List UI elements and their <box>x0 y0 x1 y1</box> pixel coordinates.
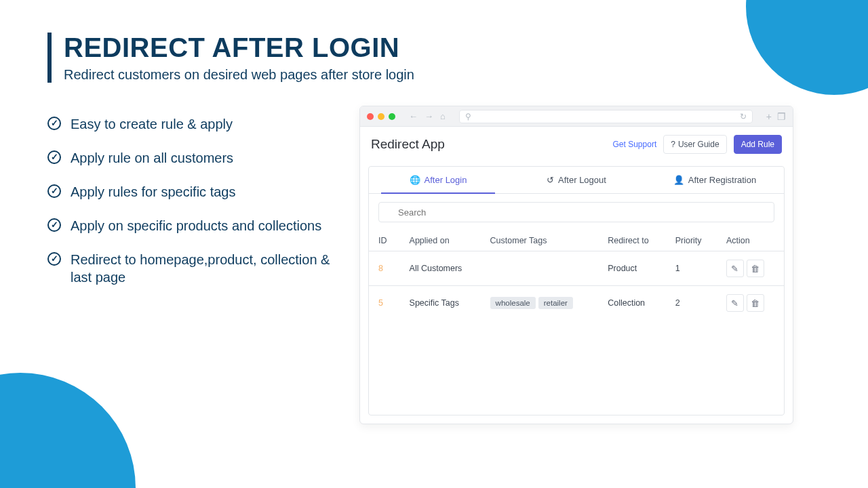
trash-icon: 🗑 <box>751 264 760 274</box>
cell-id: 5 <box>369 286 400 321</box>
table-row: 8All CustomersProduct1✎🗑 <box>369 251 784 286</box>
feature-item: Apply rules for specific tags <box>47 183 339 201</box>
user-icon: 👤 <box>673 175 684 185</box>
home-icon[interactable]: ⌂ <box>440 111 446 121</box>
feature-item: Apply on specific products and collectio… <box>47 217 339 235</box>
globe-icon: 🌐 <box>410 175 420 185</box>
check-circle-icon <box>47 117 61 130</box>
url-bar[interactable]: ⚲ ↻ <box>459 110 753 123</box>
feature-text: Apply rule on all customers <box>71 149 233 167</box>
get-support-link[interactable]: Get Support <box>613 140 657 149</box>
tab-login-label: After Login <box>425 175 467 185</box>
tag-chip: wholesale <box>490 297 536 309</box>
search-input[interactable] <box>378 202 774 222</box>
feature-text: Easy to create rule & apply <box>71 115 233 133</box>
minimize-dot-icon <box>378 113 384 120</box>
copy-window-icon[interactable]: ❐ <box>777 111 786 122</box>
help-icon: ? <box>671 140 675 149</box>
cell-customer-tags <box>481 251 599 286</box>
edit-button[interactable]: ✎ <box>726 294 744 312</box>
col-redirect-to: Redirect to <box>598 230 666 251</box>
back-icon[interactable]: ← <box>409 111 418 121</box>
cell-applied-on: Specific Tags <box>400 286 481 321</box>
feature-text: Redirect to homepage,product, collection… <box>71 251 339 286</box>
delete-button[interactable]: 🗑 <box>747 294 764 312</box>
cell-action: ✎🗑 <box>717 251 784 286</box>
check-circle-icon <box>47 252 61 266</box>
page-title: REDIRECT AFTER LOGIN <box>64 33 827 63</box>
cell-customer-tags: wholesaleretailer <box>481 286 599 321</box>
tab-after-registration[interactable]: 👤 After Registration <box>646 167 784 193</box>
cell-redirect-to: Product <box>598 251 666 286</box>
refresh-icon[interactable]: ↻ <box>740 112 747 121</box>
pencil-icon: ✎ <box>731 264 738 274</box>
delete-button[interactable]: 🗑 <box>747 260 764 277</box>
cell-applied-on: All Customers <box>400 251 481 286</box>
tab-logout-label: After Logout <box>558 175 606 185</box>
cell-redirect-to: Collection <box>598 286 666 321</box>
feature-item: Apply rule on all customers <box>47 149 339 167</box>
app-browser-window: ← → ⌂ ⚲ ↻ + ❐ Redirect App Get Support <box>359 106 793 424</box>
check-circle-icon <box>47 184 61 198</box>
feature-text: Apply on specific products and collectio… <box>71 217 321 235</box>
page-subtitle: Redirect customers on desired web pages … <box>64 67 827 83</box>
maximize-dot-icon <box>389 113 395 120</box>
close-dot-icon <box>367 113 374 120</box>
check-circle-icon <box>47 150 61 164</box>
feature-item: Easy to create rule & apply <box>47 115 339 133</box>
cell-action: ✎🗑 <box>717 286 784 321</box>
user-guide-button[interactable]: ? User Guide <box>663 135 726 154</box>
col-applied-on: Applied on <box>400 230 481 251</box>
feature-item: Redirect to homepage,product, collection… <box>47 251 339 286</box>
col-action: Action <box>717 230 784 251</box>
pencil-icon: ✎ <box>731 298 738 308</box>
traffic-lights <box>367 113 395 120</box>
tab-after-login[interactable]: 🌐 After Login <box>369 167 507 193</box>
check-circle-icon <box>47 218 61 232</box>
cell-id: 8 <box>369 251 400 286</box>
col-priority: Priority <box>666 230 717 251</box>
add-rule-label: Add Rule <box>741 140 774 149</box>
forward-icon[interactable]: → <box>425 111 433 121</box>
tab-after-logout[interactable]: ↺ After Logout <box>507 167 646 193</box>
tab-registration-label: After Registration <box>688 175 756 185</box>
hero-title-block: REDIRECT AFTER LOGIN Redirect customers … <box>47 33 827 83</box>
search-icon: ⚲ <box>465 112 471 121</box>
feature-list: Easy to create rule & applyApply rule on… <box>47 106 339 424</box>
tag-chip: retailer <box>538 297 573 309</box>
feature-text: Apply rules for specific tags <box>71 183 235 201</box>
table-row: 5Specific TagswholesaleretailerCollectio… <box>369 286 784 321</box>
user-guide-label: User Guide <box>678 140 719 149</box>
rules-table: ID Applied on Customer Tags Redirect to … <box>369 230 784 320</box>
col-id: ID <box>369 230 400 251</box>
undo-icon: ↺ <box>547 175 554 185</box>
col-customer-tags: Customer Tags <box>481 230 599 251</box>
browser-chrome: ← → ⌂ ⚲ ↻ + ❐ <box>360 106 793 127</box>
cell-priority: 1 <box>666 251 717 286</box>
app-title: Redirect App <box>371 137 445 152</box>
cell-priority: 2 <box>666 286 717 321</box>
trash-icon: 🗑 <box>751 298 760 308</box>
edit-button[interactable]: ✎ <box>726 260 744 277</box>
add-rule-button[interactable]: Add Rule <box>734 135 782 154</box>
new-tab-icon[interactable]: + <box>766 111 772 122</box>
